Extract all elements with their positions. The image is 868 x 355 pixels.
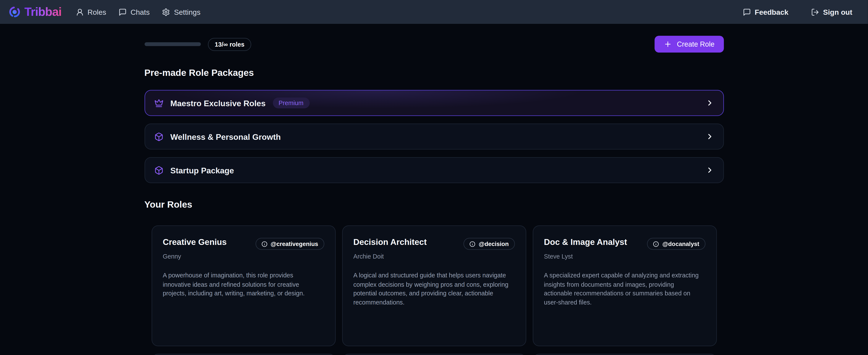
your-roles-section-title: Your Roles — [144, 199, 723, 210]
package-name: Startup Package — [170, 166, 234, 175]
role-card-partial[interactable] — [151, 354, 336, 355]
chevron-right-icon — [705, 132, 714, 141]
sign-out-label: Sign out — [823, 8, 852, 16]
package-row-wellness[interactable]: Wellness & Personal Growth — [144, 123, 723, 150]
role-card-header: Doc & Image Analyst @docanalyst — [544, 237, 705, 250]
roles-toolbar: 13/∞ roles Create Role — [144, 36, 723, 53]
role-handle: @creativegenius — [271, 241, 318, 247]
crown-icon — [154, 98, 163, 108]
package-icon — [154, 132, 163, 141]
role-subtitle: Steve Lyst — [544, 253, 705, 260]
feedback-label: Feedback — [755, 8, 788, 16]
package-name: Maestro Exclusive Roles — [170, 98, 266, 108]
main-content: 13/∞ roles Create Role Pre-made Role Pac… — [144, 36, 723, 355]
tribbai-logo-icon — [9, 6, 21, 18]
info-icon — [469, 241, 475, 247]
nav-menu: Roles Chats Settings — [73, 5, 203, 19]
role-card-partial[interactable] — [532, 354, 717, 355]
role-description: A logical and structured guide that help… — [353, 271, 513, 307]
app-root: Tribbai Roles Chats Settings — [0, 0, 868, 355]
role-subtitle: Genny — [163, 253, 324, 260]
role-card-decision-architect[interactable]: Decision Architect @decision Archie Doit… — [342, 226, 526, 346]
plus-icon — [664, 40, 672, 48]
package-icon — [154, 166, 163, 175]
create-role-button[interactable]: Create Role — [655, 36, 723, 53]
package-row-maestro[interactable]: Maestro Exclusive Roles Premium — [144, 90, 723, 116]
nav-item-label: Roles — [88, 8, 106, 16]
brand-logo[interactable]: Tribbai — [9, 5, 62, 19]
role-handle: @docanalyst — [662, 241, 699, 247]
role-description: A specialized expert capable of analyzin… — [544, 271, 704, 307]
roles-grid: Creative Genius @creativegenius Genny A … — [144, 226, 723, 346]
role-handle-badge[interactable]: @creativegenius — [255, 238, 324, 250]
create-role-label: Create Role — [677, 40, 714, 48]
roles-grid-next-row — [144, 354, 723, 355]
package-name: Wellness & Personal Growth — [170, 132, 281, 141]
chat-bubble-icon — [743, 8, 751, 16]
chat-bubble-icon — [119, 8, 127, 16]
role-title: Creative Genius — [163, 237, 226, 247]
info-icon — [653, 241, 659, 247]
packages-section-title: Pre-made Role Packages — [144, 68, 723, 79]
role-card-header: Decision Architect @decision — [353, 237, 515, 250]
feedback-button[interactable]: Feedback — [741, 5, 791, 19]
premium-badge: Premium — [273, 97, 309, 108]
nav-item-settings[interactable]: Settings — [160, 5, 203, 19]
nav-right: Feedback Sign out — [741, 5, 855, 19]
roles-count-badge: 13/∞ roles — [208, 38, 251, 51]
roles-progress-bar — [144, 42, 200, 46]
chevron-right-icon — [705, 98, 714, 107]
gear-icon — [162, 8, 170, 16]
role-title: Doc & Image Analyst — [544, 237, 627, 247]
nav-item-chats[interactable]: Chats — [117, 5, 152, 19]
role-subtitle: Archie Doit — [353, 253, 515, 260]
sign-out-button[interactable]: Sign out — [809, 5, 855, 19]
nav-item-roles[interactable]: Roles — [73, 5, 108, 19]
role-card-header: Creative Genius @creativegenius — [163, 237, 324, 250]
info-icon — [261, 241, 268, 247]
role-handle-badge[interactable]: @decision — [464, 238, 515, 250]
sign-out-icon — [811, 8, 819, 16]
role-card-creative-genius[interactable]: Creative Genius @creativegenius Genny A … — [151, 226, 336, 346]
role-handle: @decision — [479, 241, 509, 247]
nav-item-label: Chats — [131, 8, 150, 16]
chevron-right-icon — [705, 166, 714, 175]
role-card-partial[interactable] — [342, 354, 526, 355]
role-card-doc-image-analyst[interactable]: Doc & Image Analyst @docanalyst Steve Ly… — [532, 226, 717, 346]
nav-item-label: Settings — [174, 8, 200, 16]
package-row-startup[interactable]: Startup Package — [144, 157, 723, 183]
user-icon — [75, 8, 84, 16]
brand-name: Tribbai — [25, 5, 62, 19]
top-nav: Tribbai Roles Chats Settings — [0, 0, 868, 24]
role-title: Decision Architect — [353, 237, 427, 247]
role-handle-badge[interactable]: @docanalyst — [647, 238, 705, 250]
role-description: A powerhouse of imagination, this role p… — [163, 271, 322, 298]
